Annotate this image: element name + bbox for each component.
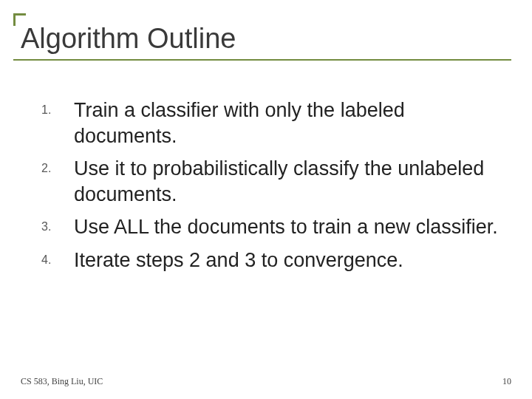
- list-item: 1. Train a classifier with only the labe…: [41, 98, 511, 149]
- list-text: Iterate steps 2 and 3 to convergence.: [74, 248, 403, 273]
- list-number: 4.: [41, 248, 74, 267]
- list-text: Use ALL the documents to train a new cla…: [74, 214, 498, 240]
- list-number: 3.: [41, 214, 74, 233]
- slide: Algorithm Outline 1. Train a classifier …: [0, 0, 532, 399]
- list-text: Use it to probabilistically classify the…: [74, 156, 511, 207]
- list-item: 3. Use ALL the documents to train a new …: [41, 214, 511, 240]
- slide-number: 10: [502, 376, 511, 387]
- list-number: 2.: [41, 156, 74, 175]
- title-block: Algorithm Outline: [13, 13, 511, 61]
- slide-title: Algorithm Outline: [13, 21, 511, 61]
- list-item: 4. Iterate steps 2 and 3 to convergence.: [41, 248, 511, 273]
- list-text: Train a classifier with only the labeled…: [74, 98, 511, 149]
- footer-left: CS 583, Bing Liu, UIC: [21, 376, 103, 387]
- list-item: 2. Use it to probabilistically classify …: [41, 156, 511, 207]
- slide-body: 1. Train a classifier with only the labe…: [21, 98, 511, 273]
- list-number: 1.: [41, 98, 74, 117]
